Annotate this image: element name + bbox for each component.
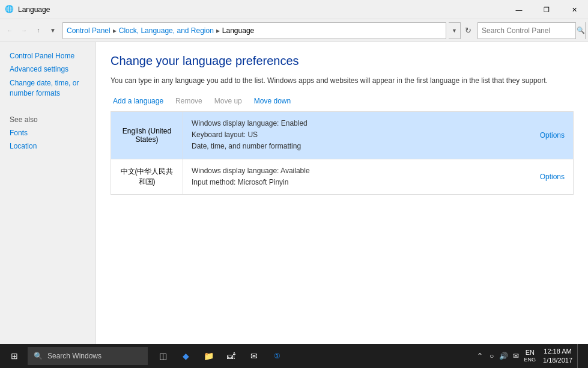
tray-mail[interactable]: ✉	[510, 344, 522, 368]
close-button[interactable]: ✕	[560, 0, 588, 19]
lang-detail-display-chinese: Windows display language: Available	[192, 165, 523, 177]
sidebar-item-location[interactable]: Location	[0, 140, 95, 153]
address-bar: ← → ↑ ▼ Control Panel ▸ Clock, Language,…	[0, 19, 588, 42]
content-area: Change your language preferences You can…	[96, 42, 588, 344]
up-button[interactable]: ↑	[31, 22, 46, 39]
language-options-english: Options	[532, 112, 573, 159]
taskbar-icon-explorer[interactable]: 📁	[197, 344, 220, 368]
taskbar-icon-store[interactable]: 🛋	[220, 344, 243, 368]
clock-time: 12:18 AM	[544, 347, 571, 356]
search-input[interactable]	[478, 26, 575, 35]
language-list: English (UnitedStates) Windows display l…	[111, 111, 574, 195]
options-button-chinese[interactable]: Options	[540, 173, 565, 181]
start-button[interactable]: ⊞	[2, 344, 26, 368]
tray-volume[interactable]: 🔊	[498, 344, 510, 368]
language-item-chinese[interactable]: 中文(中华人民共和国) Windows display language: Av…	[111, 159, 573, 194]
options-button-english[interactable]: Options	[540, 131, 565, 140]
path-control-panel[interactable]: Control Panel	[67, 26, 111, 35]
back-button[interactable]: ←	[2, 22, 17, 39]
move-up-button[interactable]: Move up	[212, 96, 244, 106]
language-details-chinese: Windows display language: Available Inpu…	[183, 159, 532, 194]
lang-detail-keyboard-english: Keyboard layout: US	[192, 129, 523, 141]
taskbar-search-icon: 🔍	[34, 352, 43, 360]
sidebar-item-control-panel-home[interactable]: Control Panel Home	[0, 49, 95, 63]
lang-detail-input-chinese: Input method: Microsoft Pinyin	[192, 177, 523, 188]
sidebar-also-title: See also	[0, 113, 95, 126]
sidebar-item-fonts[interactable]: Fonts	[0, 126, 95, 140]
path-clock-language[interactable]: Clock, Language, and Region	[119, 26, 214, 35]
tray-language[interactable]: EN ENG	[522, 344, 539, 368]
window-icon: 🌐	[5, 5, 14, 14]
lang-detail-display-english: Windows display language: Enabled	[192, 118, 523, 129]
sidebar: Control Panel Home Advanced settings Cha…	[0, 42, 96, 344]
taskbar-search-label: Search Windows	[47, 352, 102, 360]
taskbar-clock[interactable]: 12:18 AM 1/18/2017	[538, 344, 577, 368]
recent-locations-button[interactable]: ▼	[46, 22, 60, 39]
page-title: Change your language preferences	[111, 54, 574, 68]
title-bar: 🌐 Language — ❐ ✕	[0, 0, 588, 19]
taskbar-search-box[interactable]: 🔍 Search Windows	[28, 347, 148, 365]
clock-date: 1/18/2017	[543, 356, 572, 365]
tray-chevron[interactable]: ⌃	[474, 344, 486, 368]
taskbar-icon-edge[interactable]: ◆	[174, 344, 197, 368]
search-button[interactable]: 🔍	[575, 22, 585, 39]
address-path: Control Panel ▸ Clock, Language, and Reg…	[62, 22, 446, 39]
taskbar-icon-ie[interactable]: ①	[265, 344, 288, 368]
language-options-chinese: Options	[532, 159, 573, 194]
content-description: You can type in any language you add to …	[111, 75, 574, 86]
tray-network[interactable]: ○	[486, 344, 498, 368]
taskbar-pinned-icons: ◫ ◆ 📁 🛋 ✉ ①	[151, 344, 288, 368]
forward-button[interactable]: →	[17, 22, 31, 39]
move-down-button[interactable]: Move down	[252, 96, 293, 106]
add-language-button[interactable]: Add a language	[111, 96, 166, 106]
main-layout: Control Panel Home Advanced settings Cha…	[0, 42, 588, 344]
sidebar-item-advanced-settings[interactable]: Advanced settings	[0, 63, 95, 76]
taskbar: ⊞ 🔍 Search Windows ◫ ◆ 📁 🛋 ✉ ① ⌃ ○ 🔊 ✉ E…	[0, 344, 588, 368]
minimize-button[interactable]: —	[505, 0, 533, 19]
path-current: Language	[222, 26, 254, 35]
language-details-english: Windows display language: Enabled Keyboa…	[183, 112, 532, 159]
tray-lang-code: EN	[526, 349, 535, 357]
refresh-button[interactable]: ↻	[461, 22, 475, 39]
address-dropdown[interactable]: ▼	[449, 22, 461, 39]
taskbar-icon-task-view[interactable]: ◫	[151, 344, 174, 368]
show-desktop-button[interactable]	[577, 344, 582, 368]
language-item-english[interactable]: English (UnitedStates) Windows display l…	[111, 112, 573, 159]
restore-button[interactable]: ❐	[533, 0, 560, 19]
sidebar-also-section: See also Fonts Location	[0, 113, 95, 153]
taskbar-tray: ⌃ ○ 🔊 ✉ EN ENG 12:18 AM 1/18/2017	[470, 344, 586, 368]
title-bar-controls: — ❐ ✕	[505, 0, 588, 19]
language-toolbar: Add a language Remove Move up Move down	[111, 96, 574, 106]
sidebar-item-change-date-time[interactable]: Change date, time, or number formats	[0, 76, 95, 101]
language-name-chinese: 中文(中华人民共和国)	[111, 159, 183, 194]
remove-button[interactable]: Remove	[173, 96, 205, 106]
tray-lang-sub: ENG	[524, 357, 536, 363]
language-name-english: English (UnitedStates)	[111, 112, 183, 159]
window-title: Language	[18, 5, 505, 14]
lang-detail-format-english: Date, time, and number formatting	[192, 141, 523, 152]
taskbar-icon-mail[interactable]: ✉	[243, 344, 265, 368]
search-box: 🔍	[477, 22, 586, 39]
